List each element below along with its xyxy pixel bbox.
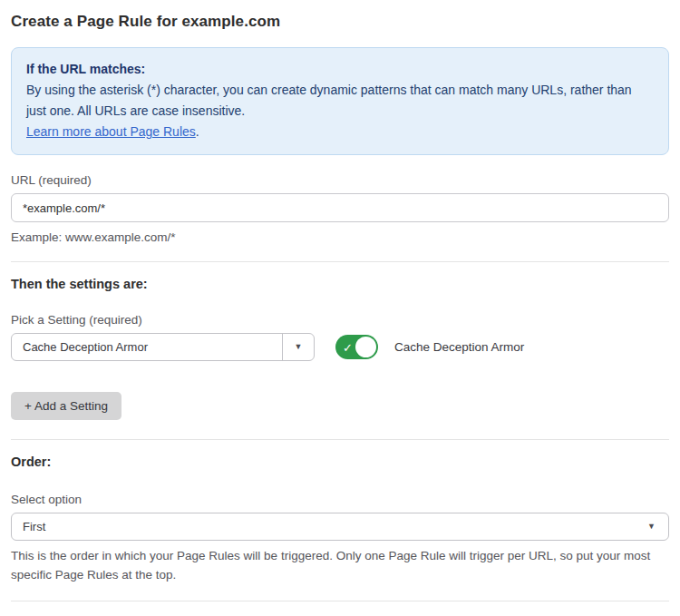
order-select-value: First <box>23 520 647 533</box>
setting-select-value: Cache Deception Armor <box>12 334 282 360</box>
url-example-helper: Example: www.example.com/* <box>11 228 669 247</box>
chevron-down-icon: ▼ <box>647 523 656 531</box>
pick-setting-label: Pick a Setting (required) <box>11 313 669 327</box>
check-icon: ✓ <box>343 340 353 354</box>
setting-select[interactable]: Cache Deception Armor ▼ <box>11 333 315 361</box>
setting-row: Cache Deception Armor ▼ ✓ Cache Deceptio… <box>11 333 669 361</box>
order-select[interactable]: First ▼ <box>11 513 669 541</box>
divider <box>11 439 669 440</box>
link-suffix: . <box>196 124 199 139</box>
add-setting-button[interactable]: + Add a Setting <box>11 392 121 420</box>
toggle-knob <box>355 337 376 357</box>
url-input[interactable] <box>11 193 669 222</box>
info-box-body: By using the asterisk (*) character, you… <box>26 80 654 122</box>
chevron-down-icon: ▼ <box>295 343 303 351</box>
info-box-link-row: Learn more about Page Rules. <box>26 122 654 142</box>
toggle-label: Cache Deception Armor <box>394 340 524 354</box>
info-box-heading: If the URL matches: <box>26 59 654 80</box>
page-title: Create a Page Rule for example.com <box>11 13 669 31</box>
divider <box>11 601 669 601</box>
order-helper-text: This is the order in which your Page Rul… <box>11 546 669 584</box>
cache-deception-armor-toggle[interactable]: ✓ <box>335 335 378 359</box>
divider <box>11 261 669 262</box>
url-field-label: URL (required) <box>11 173 669 187</box>
url-matches-info-box: If the URL matches: By using the asteris… <box>11 47 669 155</box>
select-option-label: Select option <box>11 493 669 506</box>
learn-more-link[interactable]: Learn more about Page Rules <box>26 124 196 139</box>
toggle-wrap: ✓ Cache Deception Armor <box>335 335 524 359</box>
setting-select-caret-button[interactable]: ▼ <box>282 334 314 360</box>
order-section-heading: Order: <box>11 455 669 469</box>
settings-section-heading: Then the settings are: <box>11 277 669 291</box>
